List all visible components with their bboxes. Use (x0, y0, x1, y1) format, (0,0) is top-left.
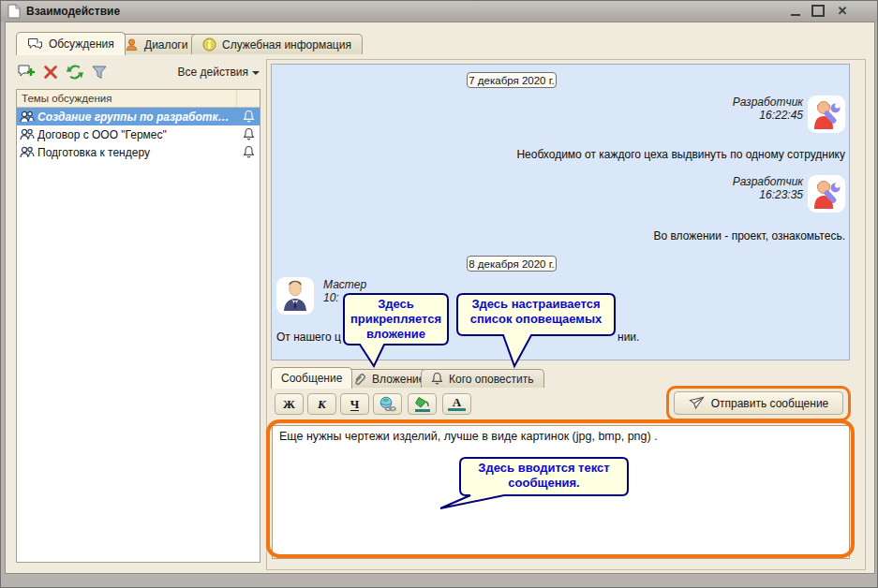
topic-label: Договор с ООО "Гермес" (35, 128, 237, 141)
underline-label: Ч (350, 398, 360, 411)
background-color-button[interactable] (408, 393, 437, 415)
people-icon (20, 146, 35, 158)
bold-label: Ж (283, 397, 295, 412)
hyperlink-button[interactable] (373, 393, 402, 415)
title-bar: Взаимодействие ✕ (1, 1, 878, 22)
callout-attachment: Здесь прикрепляется вложение (343, 293, 449, 345)
master-avatar (276, 277, 314, 315)
people-icon (20, 128, 35, 140)
topics-header-label: Темы обсуждения (17, 90, 236, 107)
configure-list-button[interactable] (89, 62, 110, 82)
chevron-down-icon (252, 71, 260, 75)
info-icon (202, 37, 216, 51)
message-text: Необходимо от каждого цеха выдвинуть по … (376, 148, 845, 161)
paperclip-icon (352, 372, 366, 386)
maximize-button[interactable] (809, 3, 827, 19)
all-actions-label: Все действия (178, 66, 248, 79)
message-time: 16:22:45 (526, 109, 803, 122)
tab-notify-label: Кого оповестить (449, 373, 534, 386)
send-message-button[interactable]: Отправить сообщение (674, 391, 843, 415)
message-author-block: Разработчик 16:23:35 (526, 175, 803, 201)
message-time: 16:23:35 (526, 188, 803, 201)
tab-dialogs[interactable]: Диалоги (113, 34, 199, 54)
maximize-icon (811, 5, 825, 17)
minimize-button[interactable] (786, 3, 805, 19)
bell-icon (243, 145, 255, 159)
italic-button[interactable]: К (307, 393, 336, 415)
tab-message[interactable]: Сообщение (271, 367, 352, 389)
message-text-fragment: От нашего ц (276, 331, 341, 344)
tab-discussions[interactable]: Обсуждения (16, 32, 126, 55)
date-separator: 7 декабря 2020 г. (467, 72, 557, 88)
message-author-block: Разработчик 16:22:45 (526, 96, 803, 122)
callout-notify-list: Здесь настраивается список оповещаемых (456, 293, 616, 336)
tab-attachment-label: Вложение (372, 373, 424, 386)
topic-row-1[interactable]: Создание группы по разработк… (17, 108, 260, 125)
topic-bell-button[interactable] (237, 110, 260, 124)
message-author: Мастер (323, 278, 464, 291)
all-actions-button[interactable]: Все действия (175, 66, 260, 79)
topic-label: Подготовка к тендеру (35, 146, 237, 159)
add-topic-icon (17, 63, 36, 81)
callout-attachment-text: Здесь прикрепляется вложение (343, 293, 449, 342)
topic-label: Создание группы по разработк… (35, 110, 237, 124)
text-color-bar (448, 408, 466, 411)
underline-button[interactable]: Ч (340, 393, 369, 415)
tab-notify[interactable]: Кого оповестить (421, 369, 544, 388)
add-topic-button[interactable] (16, 62, 37, 82)
send-icon (689, 396, 705, 410)
discussions-icon (27, 37, 43, 51)
tab-service-info[interactable]: Служебная информация (191, 34, 363, 54)
developer-avatar (808, 96, 845, 133)
topic-row-2[interactable]: Договор с ООО "Гермес" (17, 125, 260, 143)
topic-bell-button[interactable] (237, 145, 260, 159)
people-icon (20, 110, 35, 123)
document-icon (7, 4, 21, 22)
delete-icon (42, 64, 59, 81)
close-button[interactable]: ✕ (833, 3, 852, 19)
send-label: Отправить сообщение (711, 397, 829, 410)
tab-service-info-label: Служебная информация (222, 38, 351, 51)
italic-label: К (318, 397, 326, 412)
callout-message-text-text: Здесь вводится текст сообщения. (459, 457, 629, 491)
person-icon (125, 37, 139, 51)
refresh-button[interactable] (65, 62, 85, 82)
topics-list: Темы обсуждения Создание группы по разра… (16, 89, 260, 563)
minimize-icon (791, 14, 800, 16)
message-author: Разработчик (526, 175, 803, 188)
application-window: Взаимодействие ✕ Обсуждения Диалоги Служ… (0, 0, 878, 588)
callout-notify-list-text: Здесь настраивается список оповещаемых (456, 293, 616, 327)
tab-dialogs-label: Диалоги (144, 38, 187, 51)
bold-button[interactable]: Ж (275, 393, 304, 415)
callout-message-text: Здесь вводится текст сообщения. (459, 457, 629, 496)
configure-list-icon (90, 63, 109, 81)
delete-topic-button[interactable] (40, 62, 61, 82)
tab-message-label: Сообщение (281, 372, 342, 385)
message-author: Разработчик (526, 96, 803, 109)
message-text: Во вложении - проект, ознакомьтесь. (376, 229, 845, 243)
bell-icon (243, 127, 255, 141)
tab-discussions-label: Обсуждения (49, 37, 114, 51)
text-color-button[interactable]: A (442, 393, 471, 415)
bell-icon (243, 110, 255, 124)
bell-icon (431, 372, 443, 386)
topics-header-bell-column (236, 90, 260, 107)
paint-bucket-icon (413, 396, 432, 413)
topic-bell-button[interactable] (237, 127, 260, 141)
refresh-icon (66, 63, 84, 81)
message-text-fragment: нии. (618, 331, 639, 344)
topic-row-3[interactable]: Подготовка к тендеру (17, 143, 260, 161)
window-title: Взаимодействие (26, 5, 120, 18)
topics-header: Темы обсуждения (17, 90, 260, 108)
date-separator: 8 декабря 2020 г. (467, 256, 557, 272)
globe-link-icon (379, 396, 396, 412)
developer-avatar (808, 175, 845, 213)
